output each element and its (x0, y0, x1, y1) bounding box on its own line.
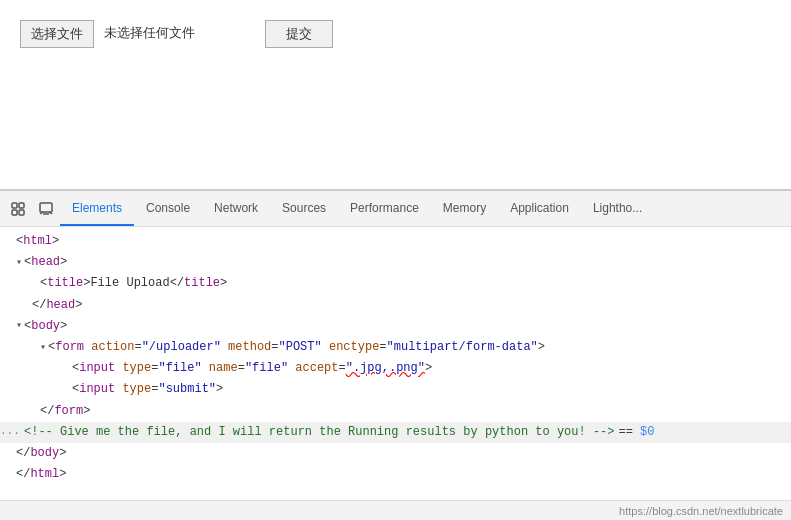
tab-sources[interactable]: Sources (270, 191, 338, 226)
tab-network[interactable]: Network (202, 191, 270, 226)
tab-application[interactable]: Application (498, 191, 581, 226)
code-line-html-close: </html> (0, 464, 791, 485)
code-line-input-submit: <input type="submit"> (0, 379, 791, 400)
code-line-head-close: </head> (0, 295, 791, 316)
statusbar-url: https://blog.csdn.net/nextlubricate (619, 505, 783, 517)
code-line-title: <title>File Upload</title> (0, 273, 791, 294)
tab-performance[interactable]: Performance (338, 191, 431, 226)
tab-console[interactable]: Console (134, 191, 202, 226)
submit-button[interactable]: 提交 (265, 20, 333, 48)
code-line-body-close: </body> (0, 443, 791, 464)
triangle-form-icon[interactable]: ▾ (40, 340, 46, 356)
code-line-form: ▾ <form action="/uploader" method="POST"… (0, 337, 791, 358)
svg-rect-2 (12, 210, 17, 215)
code-line-comment: ... <!-- Give me the file, and I will re… (0, 422, 791, 443)
code-line-form-close: </form> (0, 401, 791, 422)
svg-rect-1 (19, 203, 24, 208)
svg-rect-0 (12, 203, 17, 208)
code-line-html: <html> (0, 231, 791, 252)
svg-rect-3 (19, 210, 24, 215)
tab-memory[interactable]: Memory (431, 191, 498, 226)
file-choose-button[interactable]: 选择文件 (20, 20, 94, 48)
cursor-icon[interactable] (4, 195, 32, 223)
page-content: 选择文件 未选择任何文件 提交 (0, 0, 791, 190)
no-file-label: 未选择任何文件 (104, 20, 195, 46)
devtools-tabs: Elements Console Network Sources Perform… (60, 191, 654, 226)
devtools-toolbar: Elements Console Network Sources Perform… (0, 191, 791, 227)
tab-elements[interactable]: Elements (60, 191, 134, 226)
inspect-icon[interactable] (32, 195, 60, 223)
code-line-head: ▾ <head> (0, 252, 791, 273)
code-line-input-file: <input type="file" name="file" accept=".… (0, 358, 791, 379)
devtools-statusbar: https://blog.csdn.net/nextlubricate (0, 500, 791, 520)
svg-rect-4 (40, 203, 52, 212)
triangle-body-icon[interactable]: ▾ (16, 318, 22, 334)
tab-lighthouse[interactable]: Lightho... (581, 191, 654, 226)
devtools-elements-panel: <html> ▾ <head> <title>File Upload</titl… (0, 227, 791, 500)
code-line-body: ▾ <body> (0, 316, 791, 337)
triangle-icon[interactable]: ▾ (16, 255, 22, 271)
devtools-panel: Elements Console Network Sources Perform… (0, 190, 791, 520)
